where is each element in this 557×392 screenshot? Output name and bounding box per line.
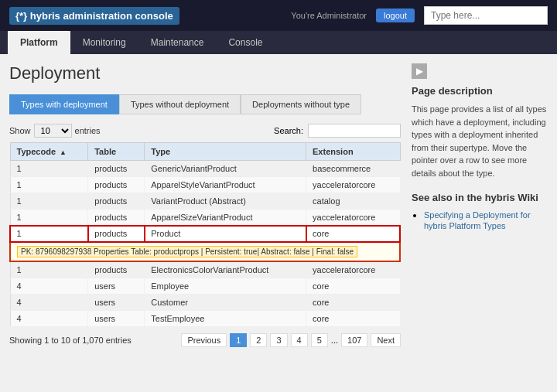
table-row[interactable]: 4usersCustomercore	[10, 295, 400, 311]
nav-tab-console[interactable]: Console	[216, 31, 275, 54]
table-controls: Show 10 25 50 100 entries Search:	[9, 124, 401, 138]
sub-tab-with-deployment[interactable]: Types with deployment	[9, 94, 119, 114]
cell-table: products	[88, 210, 145, 226]
entries-label: entries	[75, 126, 101, 135]
page-2[interactable]: 2	[250, 333, 267, 347]
page-1[interactable]: 1	[230, 333, 247, 347]
col-type[interactable]: Type	[145, 143, 306, 161]
sub-tab-deployments-without-type[interactable]: Deployments without type	[241, 94, 361, 114]
cell-table: users	[88, 278, 145, 295]
cell-type: Customer	[145, 295, 306, 311]
table-row[interactable]: 1productsGenericVariantProductbasecommer…	[10, 161, 400, 177]
cell-table: products	[88, 226, 145, 243]
page-107[interactable]: 107	[341, 333, 367, 347]
cell-type: VariantProduct (Abstract)	[145, 193, 306, 210]
cell-extension: basecommerce	[306, 161, 400, 177]
page-ellipsis: ...	[331, 336, 338, 345]
sort-typecode-icon: ▲	[60, 148, 67, 156]
table-search-input[interactable]	[308, 124, 401, 138]
cell-type: ApparelSizeVariantProduct	[145, 210, 306, 226]
pk-badge: PK: 8796098297938 Properties Table: prod…	[17, 246, 357, 257]
nav-tabs: Platform Monitoring Maintenance Console	[0, 31, 557, 54]
cell-typecode: 4	[10, 311, 88, 327]
cell-type: ElectronicsColorVariantProduct	[145, 261, 306, 278]
admin-label: You're Administrator	[291, 11, 367, 20]
col-typecode[interactable]: Typecode ▲	[10, 143, 88, 161]
table-row[interactable]: 4usersTestEmployeecore	[10, 311, 400, 327]
page-numbers: Previous 1 2 3 4 5 ... 107 Next	[181, 333, 401, 347]
sub-tab-without-deployment[interactable]: Types without deployment	[119, 94, 241, 114]
cell-typecode: 1	[10, 226, 88, 243]
cell-type: GenericVariantProduct	[145, 161, 306, 177]
cell-typecode: 1	[10, 210, 88, 226]
description-title: Page description	[412, 85, 548, 97]
logo-bracket: {*}	[15, 10, 27, 22]
wiki-list-item: Specifying a Deployment for hybris Platf…	[424, 210, 548, 231]
nav-tab-monitoring[interactable]: Monitoring	[70, 31, 138, 54]
table-row[interactable]: 1productsProductcore	[10, 226, 400, 243]
table-row[interactable]: 4usersEmployeecore	[10, 278, 400, 295]
search-label: Search:	[274, 126, 303, 135]
cell-table: products	[88, 161, 145, 177]
right-panel: ▶ Page description This page provides a …	[401, 63, 548, 347]
col-extension[interactable]: Extension	[306, 143, 400, 161]
description-text: This page provides a list of all types w…	[412, 103, 548, 179]
cell-extension: catalog	[306, 193, 400, 210]
table-row[interactable]: 1productsApparelStyleVariantProductyacce…	[10, 177, 400, 193]
cell-typecode: 1	[10, 161, 88, 177]
cell-table: products	[88, 261, 145, 278]
page-5[interactable]: 5	[311, 333, 328, 347]
showing-text: Showing 1 to 10 of 1,070 entries	[9, 336, 132, 345]
cell-extension: core	[306, 311, 400, 327]
header-search-input[interactable]	[424, 6, 548, 25]
header: {*} hybris administration console You're…	[0, 0, 557, 31]
prev-button[interactable]: Previous	[181, 333, 227, 347]
cell-typecode: 1	[10, 193, 88, 210]
cell-table: users	[88, 295, 145, 311]
pagination: Showing 1 to 10 of 1,070 entries Previou…	[9, 333, 401, 347]
nav-tab-platform[interactable]: Platform	[8, 31, 70, 54]
left-panel: Deployment Types with deployment Types w…	[9, 63, 401, 347]
cell-typecode: 1	[10, 177, 88, 193]
col-table[interactable]: Table	[88, 143, 145, 161]
cell-type: Product	[145, 226, 306, 243]
show-entries: Show 10 25 50 100 entries	[9, 124, 101, 138]
table-row[interactable]: 1productsVariantProduct (Abstract)catalo…	[10, 193, 400, 210]
cell-extension: yacceleratorcore	[306, 210, 400, 226]
search-area: Search:	[274, 124, 401, 138]
table-row[interactable]: 1productsElectronicsColorVariantProducty…	[10, 261, 400, 278]
logout-button[interactable]: logout	[376, 9, 415, 22]
tooltip-row: PK: 8796098297938 Properties Table: prod…	[10, 242, 400, 261]
cell-typecode: 4	[10, 278, 88, 295]
expand-button[interactable]: ▶	[412, 63, 427, 79]
cell-type: TestEmployee	[145, 311, 306, 327]
entries-select[interactable]: 10 25 50 100	[34, 124, 72, 138]
cell-typecode: 1	[10, 261, 88, 278]
next-button[interactable]: Next	[371, 333, 401, 347]
page-title: Deployment	[9, 63, 401, 84]
tooltip-content: PK: 8796098297938 Properties Table: prod…	[17, 246, 393, 257]
cell-type: ApparelStyleVariantProduct	[145, 177, 306, 193]
cell-typecode: 4	[10, 295, 88, 311]
logo: {*} hybris administration console	[9, 7, 179, 25]
cell-type: Employee	[145, 278, 306, 295]
wiki-list: Specifying a Deployment for hybris Platf…	[412, 210, 548, 231]
data-table: Typecode ▲ Table Type Extension 1prod	[9, 142, 401, 327]
page-3[interactable]: 3	[270, 333, 287, 347]
show-label: Show	[9, 126, 31, 135]
cell-extension: core	[306, 278, 400, 295]
sub-tabs: Types with deployment Types without depl…	[9, 94, 401, 114]
main-content: Deployment Types with deployment Types w…	[0, 54, 557, 356]
cell-table: products	[88, 193, 145, 210]
header-right: You're Administrator logout	[291, 6, 548, 25]
cell-table: users	[88, 311, 145, 327]
cell-extension: core	[306, 226, 400, 243]
logo-area: {*} hybris administration console	[9, 7, 179, 25]
table-row[interactable]: 1productsApparelSizeVariantProductyaccel…	[10, 210, 400, 226]
see-also-title: See also in the hybris Wiki	[412, 192, 548, 203]
wiki-link[interactable]: Specifying a Deployment for hybris Platf…	[424, 210, 531, 230]
nav-tab-maintenance[interactable]: Maintenance	[138, 31, 217, 54]
page-4[interactable]: 4	[291, 333, 308, 347]
cell-extension: yacceleratorcore	[306, 261, 400, 278]
cell-table: products	[88, 177, 145, 193]
